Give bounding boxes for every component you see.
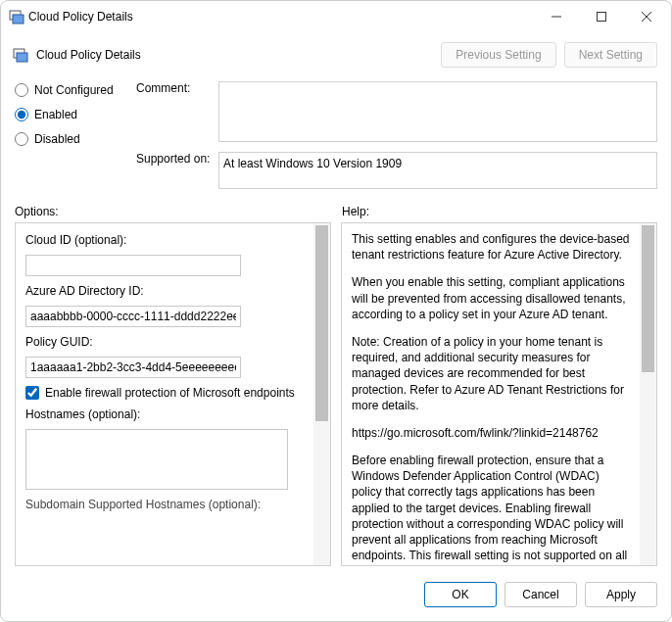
radio-not-configured-label: Not Configured xyxy=(34,83,114,97)
help-link-text: https://go.microsoft.com/fwlink/?linkid=… xyxy=(352,425,631,441)
cloud-id-input[interactable] xyxy=(25,255,241,276)
minimize-button[interactable] xyxy=(534,2,579,31)
hostnames-textarea[interactable] xyxy=(25,429,288,490)
help-scrollbar[interactable] xyxy=(640,223,656,565)
firewall-checkbox[interactable] xyxy=(25,386,39,400)
cancel-button[interactable]: Cancel xyxy=(504,582,577,607)
footer: OK Cancel Apply xyxy=(1,572,671,621)
svg-rect-1 xyxy=(13,15,24,24)
ok-button[interactable]: OK xyxy=(424,582,497,607)
panels: Cloud ID (optional): Azure AD Directory … xyxy=(1,222,671,572)
options-section-label: Options: xyxy=(15,205,342,218)
directory-id-input[interactable] xyxy=(25,306,241,327)
help-paragraph: This setting enables and configures the … xyxy=(352,231,631,263)
apply-button[interactable]: Apply xyxy=(585,582,657,607)
firewall-checkbox-row[interactable]: Enable firewall protection of Microsoft … xyxy=(25,386,307,400)
comment-textarea[interactable] xyxy=(218,81,657,142)
radio-not-configured[interactable]: Not Configured xyxy=(15,83,132,97)
firewall-checkbox-label: Enable firewall protection of Microsoft … xyxy=(45,386,295,400)
radio-enabled-label: Enabled xyxy=(34,108,77,121)
previous-setting-button[interactable]: Previous Setting xyxy=(441,42,555,68)
options-content: Cloud ID (optional): Azure AD Directory … xyxy=(16,223,330,565)
next-setting-button[interactable]: Next Setting xyxy=(564,42,657,68)
help-content: This setting enables and configures the … xyxy=(342,223,656,565)
options-panel: Cloud ID (optional): Azure AD Directory … xyxy=(15,222,331,566)
supported-on-text xyxy=(218,152,657,189)
policy-window: Cloud Policy Details Cloud Policy Detail… xyxy=(0,0,672,622)
radio-not-configured-input[interactable] xyxy=(15,83,28,97)
policy-guid-label: Policy GUID: xyxy=(25,335,307,349)
app-icon xyxy=(9,9,24,24)
subheader: Cloud Policy Details Previous Setting Ne… xyxy=(1,32,671,75)
directory-id-label: Azure AD Directory ID: xyxy=(25,284,307,298)
comment-label: Comment: xyxy=(136,81,215,95)
panel-labels: Options: Help: xyxy=(1,197,671,222)
svg-rect-3 xyxy=(598,13,606,22)
hostnames-label: Hostnames (optional): xyxy=(25,407,307,421)
options-scrollbar-thumb[interactable] xyxy=(315,225,328,421)
radio-disabled-input[interactable] xyxy=(15,132,28,146)
subheader-title: Cloud Policy Details xyxy=(36,48,433,62)
config-area: Not Configured Enabled Disabled Comment:… xyxy=(1,75,671,197)
supported-on-label: Supported on: xyxy=(136,152,215,166)
svg-rect-7 xyxy=(17,53,27,62)
help-section-label: Help: xyxy=(342,205,657,218)
close-button[interactable] xyxy=(624,2,669,31)
policy-guid-input[interactable] xyxy=(25,357,241,378)
help-scrollbar-thumb[interactable] xyxy=(642,225,654,372)
help-paragraph: Before enabling firewall protection, ens… xyxy=(352,453,631,565)
titlebar: Cloud Policy Details xyxy=(1,1,671,32)
options-scrollbar[interactable] xyxy=(313,223,330,565)
help-paragraph: When you enable this setting, compliant … xyxy=(352,274,631,322)
state-radio-group: Not Configured Enabled Disabled xyxy=(15,81,132,146)
cloud-id-label: Cloud ID (optional): xyxy=(25,233,307,247)
policy-icon xyxy=(13,47,28,63)
help-panel: This setting enables and configures the … xyxy=(341,222,657,566)
radio-enabled-input[interactable] xyxy=(15,108,28,121)
radio-disabled[interactable]: Disabled xyxy=(15,132,132,146)
radio-disabled-label: Disabled xyxy=(34,132,80,146)
radio-enabled[interactable]: Enabled xyxy=(15,108,132,121)
help-paragraph: Note: Creation of a policy in your home … xyxy=(352,334,631,413)
window-title: Cloud Policy Details xyxy=(24,10,534,24)
maximize-button[interactable] xyxy=(579,2,624,31)
subdomain-hostnames-label: Subdomain Supported Hostnames (optional)… xyxy=(25,498,307,511)
